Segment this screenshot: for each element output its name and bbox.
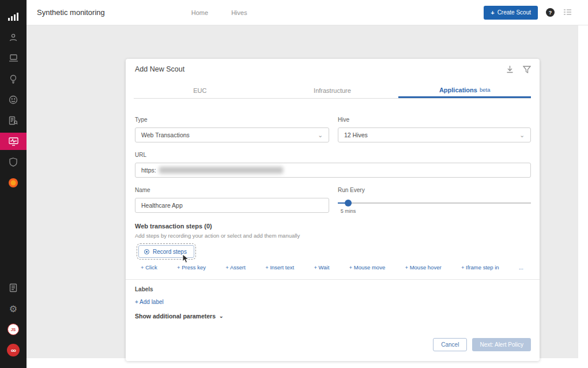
run-every-label: Run Every (338, 187, 365, 193)
action-assert[interactable]: + Assert (225, 264, 246, 271)
tab-bar: EUC Infrastructure Applications beta (134, 83, 531, 99)
action-wait[interactable]: + Wait (314, 264, 329, 271)
nav-item-hives[interactable]: Hives (231, 9, 247, 16)
beta-badge: beta (480, 87, 491, 93)
name-label: Name (135, 187, 150, 193)
action-press-key[interactable]: + Press key (177, 264, 206, 271)
orange-app-icon[interactable] (0, 174, 27, 191)
url-input[interactable]: https: (135, 163, 531, 178)
synthetic-monitoring-icon[interactable] (0, 133, 27, 150)
labels-title: Labels (135, 286, 153, 292)
reports-icon[interactable] (0, 279, 27, 296)
add-new-scout-card: Add New Scout EUC Infrastructure Applica… (126, 59, 540, 361)
redacted-url-blur (159, 167, 283, 174)
action-click[interactable]: + Click (141, 264, 157, 271)
show-additional-parameters[interactable]: Show additional parameters ⌄ (135, 313, 224, 320)
action-iframe-step-in[interactable]: + Iframe step in (461, 264, 499, 271)
shield-icon[interactable] (0, 153, 27, 171)
mouse-cursor (182, 254, 190, 266)
main-content-area: Add New Scout EUC Infrastructure Applica… (27, 25, 578, 358)
record-icon (144, 249, 149, 254)
create-scout-label: Create Scout (497, 9, 531, 16)
url-label: URL (135, 152, 146, 158)
app-title: Synthetic monitoring (37, 8, 105, 17)
tab-applications[interactable]: Applications beta (398, 83, 531, 98)
action-mouse-move[interactable]: + Mouse move (349, 264, 386, 271)
settings-icon[interactable]: ⚙ (0, 300, 27, 317)
console-icon[interactable] (563, 8, 572, 17)
idea-icon[interactable] (0, 70, 27, 88)
create-scout-button[interactable]: + Create Scout (484, 6, 538, 20)
filter-icon[interactable] (522, 65, 532, 74)
card-title: Add New Scout (135, 65, 184, 73)
next-alert-policy-button[interactable]: Next: Alert Policy (472, 338, 531, 351)
chevron-down-icon: ⌄ (318, 132, 323, 138)
download-icon[interactable] (505, 65, 514, 74)
add-label-link[interactable]: + Add label (135, 299, 164, 305)
steps-title: Web transaction steps (0) (135, 223, 212, 230)
hive-select[interactable]: 12 Hives ⌄ (338, 127, 531, 142)
hive-label: Hive (338, 117, 349, 123)
steps-subtitle: Add steps by recording your action or se… (135, 232, 300, 239)
slider-handle[interactable] (345, 200, 352, 206)
type-value: Web Transactions (141, 132, 190, 138)
tab-applications-label: Applications (439, 87, 477, 93)
js-badge-text: JS (7, 324, 19, 335)
type-select[interactable]: Web Transactions ⌄ (135, 127, 329, 142)
chevron-down-icon: ⌄ (519, 132, 525, 138)
plus-icon: + (491, 9, 494, 16)
tab-euc[interactable]: EUC (134, 83, 266, 98)
slider-track[interactable] (338, 202, 531, 204)
action-more[interactable]: ... (519, 264, 523, 271)
signal-bars-logo[interactable] (0, 8, 27, 25)
section-divider (126, 279, 540, 280)
action-insert-text[interactable]: + Insert text (265, 264, 294, 271)
nav-item-home[interactable]: Home (191, 9, 208, 16)
cancel-button[interactable]: Cancel (433, 338, 467, 351)
topbar: Synthetic monitoring Home Hives + Create… (27, 0, 588, 25)
js-badge[interactable]: JS (0, 321, 27, 338)
devices-icon[interactable] (0, 50, 27, 67)
url-value: https: (141, 167, 156, 174)
type-label: Type (135, 117, 148, 123)
tab-infrastructure[interactable]: Infrastructure (266, 83, 399, 98)
help-icon[interactable]: ? (546, 8, 555, 17)
sidebar: ⚙ JS oo (0, 0, 27, 368)
show-params-label: Show additional parameters (135, 313, 216, 320)
action-mouse-hover[interactable]: + Mouse hover (405, 264, 441, 271)
name-value: Healthcare App (141, 202, 183, 209)
audit-icon[interactable] (0, 112, 27, 129)
run-every-slider[interactable] (338, 199, 531, 207)
step-actions-row: + Click + Press key + Assert + Insert te… (141, 264, 523, 271)
smiley-icon[interactable] (0, 91, 27, 108)
user-icon[interactable] (0, 29, 27, 46)
hive-value: 12 Hives (344, 132, 368, 138)
run-every-value: 5 mins (334, 208, 362, 214)
card-footer: Cancel Next: Alert Policy (433, 338, 531, 351)
gear-glyph: ⚙ (9, 303, 17, 314)
name-input[interactable]: Healthcare App (135, 198, 329, 213)
brand-logo-text: oo (7, 344, 20, 356)
topbar-right: + Create Scout ? (484, 6, 572, 20)
brand-logo[interactable]: oo (0, 341, 27, 359)
card-header-icons (505, 65, 532, 74)
topbar-nav: Home Hives (191, 9, 247, 16)
chevron-down-icon: ⌄ (219, 313, 224, 319)
